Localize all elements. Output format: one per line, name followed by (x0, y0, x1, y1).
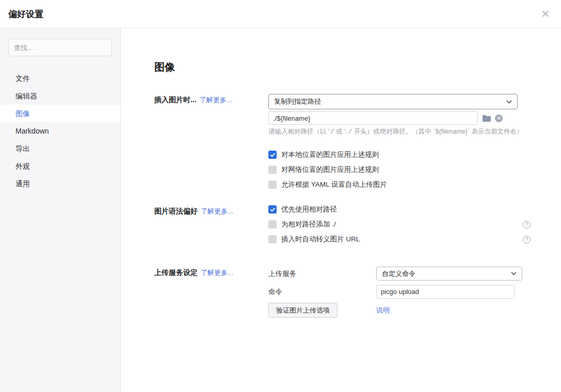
checkbox-label: 优先使用相对路径 (281, 205, 337, 214)
checkbox-label: 插入时自动转义图片 URL (281, 235, 360, 244)
upload-doc-link[interactable]: 说明 (376, 306, 390, 315)
upload-service-selected-value: 自定义命令 (382, 269, 415, 279)
insert-section-label: 插入图片时... (154, 95, 197, 104)
page-title: 图像 (154, 60, 561, 74)
syntax-learn-more-link[interactable]: 了解更多... (201, 207, 233, 215)
syntax-section-label: 图片语法偏好 (154, 207, 198, 215)
close-icon[interactable]: ✕ (541, 9, 550, 19)
validate-upload-button[interactable]: 验证图片上传选项 (268, 303, 338, 318)
insert-image-section: 插入图片时...了解更多... 复制到指定路径 ✕ 请输入相对路径（以 ' (154, 94, 561, 189)
checkbox-label: 允许根据 YAML 设置自动上传图片 (281, 180, 387, 189)
path-hint-text: 请输入相对路径（以 './' 或 '../' 开头）或绝对路径。（其中 `${f… (268, 127, 531, 136)
insert-learn-more-link[interactable]: 了解更多... (200, 96, 232, 104)
checkbox-label: 对本地位置的图片应用上述规则 (281, 150, 379, 159)
sidebar-item-markdown[interactable]: Markdown (0, 122, 120, 140)
checkbox-label: 对网络位置的图片应用上述规则 (281, 165, 379, 174)
copy-path-input[interactable] (268, 111, 478, 125)
checkbox-escape-image-url[interactable] (268, 235, 277, 243)
insert-action-selected-value: 复制到指定路径 (274, 97, 321, 106)
sidebar: 文件 编辑器 图像 Markdown 导出 外观 通用 (0, 28, 121, 392)
sidebar-item-file[interactable]: 文件 (0, 70, 120, 87)
chevron-down-icon (506, 100, 512, 104)
sidebar-item-general[interactable]: 通用 (0, 175, 120, 192)
sidebar-item-appearance[interactable]: 外观 (0, 157, 120, 175)
preferences-window: 偏好设置 ✕ 文件 编辑器 图像 Markdown 导出 外观 通用 图像 插入… (0, 0, 561, 392)
window-title: 偏好设置 (8, 8, 43, 20)
upload-section-label: 上传服务设定 (154, 268, 198, 276)
upload-learn-more-link[interactable]: 了解更多... (201, 269, 233, 276)
upload-service-section: 上传服务设定了解更多... 上传服务 自定义命令 命令 (154, 267, 561, 322)
chevron-down-icon (511, 272, 517, 275)
checkbox-add-dot-slash[interactable] (268, 220, 277, 228)
image-syntax-section: 图片语法偏好了解更多... 优先使用相对路径 (154, 205, 561, 243)
insert-action-select[interactable]: 复制到指定路径 (268, 94, 518, 109)
checkbox-label: 为相对路径添加 ./ (281, 220, 336, 229)
command-label: 命令 (268, 287, 376, 297)
help-icon[interactable]: ? (523, 221, 531, 228)
clear-path-icon[interactable]: ✕ (495, 115, 503, 122)
upload-service-select[interactable]: 自定义命令 (376, 267, 522, 281)
checkbox-apply-network-images[interactable] (268, 166, 277, 174)
upload-service-label: 上传服务 (268, 269, 376, 279)
main-content: 图像 插入图片时...了解更多... 复制到指定路径 (121, 28, 561, 392)
window-body: 文件 编辑器 图像 Markdown 导出 外观 通用 图像 插入图片时...了… (0, 28, 561, 392)
checkbox-yaml-auto-upload[interactable] (268, 181, 277, 189)
command-input[interactable] (376, 285, 515, 299)
window-header: 偏好设置 ✕ (0, 0, 561, 28)
check-icon (270, 207, 276, 212)
sidebar-item-image[interactable]: 图像 (0, 105, 120, 122)
folder-icon[interactable] (483, 115, 491, 122)
help-icon[interactable]: ? (523, 236, 531, 243)
sidebar-item-export[interactable]: 导出 (0, 140, 120, 157)
search-input[interactable] (8, 39, 112, 56)
search-box (8, 39, 112, 56)
checkbox-prefer-relative-path[interactable] (268, 205, 277, 214)
sidebar-item-editor[interactable]: 编辑器 (0, 87, 120, 105)
check-icon (270, 153, 276, 157)
checkbox-apply-local-images[interactable] (268, 151, 277, 159)
